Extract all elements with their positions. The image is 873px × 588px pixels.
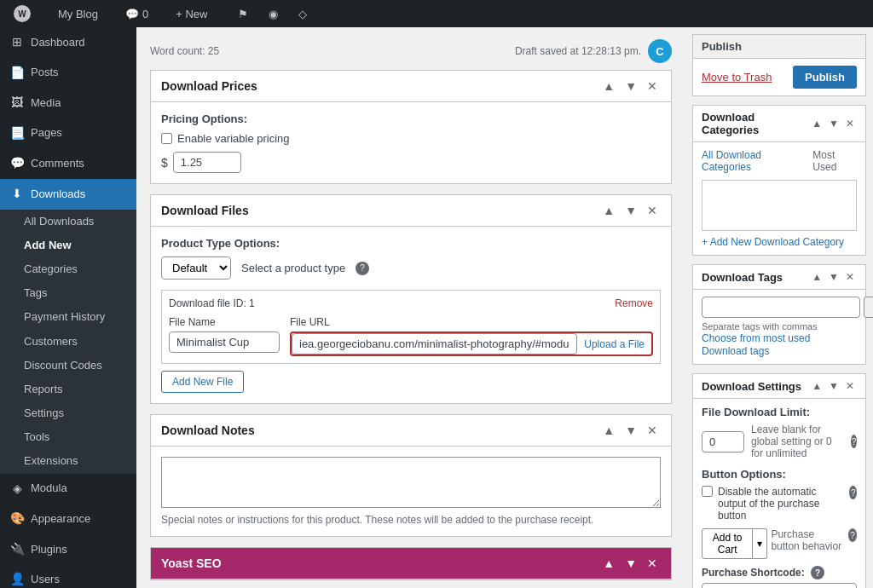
cart-dropdown-button[interactable]: ▾ [753, 528, 767, 559]
file-url-input[interactable] [292, 333, 577, 355]
sidebar-item-modula[interactable]: ◈ Modula [0, 474, 136, 504]
prices-collapse-up[interactable]: ▲ [599, 78, 618, 95]
adminbar-icon-1[interactable]: ⚑ [231, 0, 255, 27]
sidebar-item-users[interactable]: 👤 Users [0, 564, 136, 588]
file-limit-label: File Download Limit: [702, 406, 857, 418]
prices-close[interactable]: ✕ [644, 78, 661, 95]
cat-up[interactable]: ▲ [809, 117, 824, 130]
limit-help-icon[interactable]: ? [851, 435, 857, 448]
right-panel: Publish Move to Trash Publish Download C… [685, 27, 873, 588]
upload-file-link[interactable]: Upload a File [577, 335, 651, 354]
sidebar-item-appearance[interactable]: 🎨 Appearance [0, 504, 136, 534]
settings-up[interactable]: ▲ [809, 379, 824, 393]
sidebar-item-payment-history[interactable]: Payment History [0, 305, 136, 329]
sidebar-item-reports[interactable]: Reports [0, 378, 136, 401]
files-collapse-up[interactable]: ▲ [599, 202, 618, 219]
tags-label: Tags [24, 285, 47, 301]
sidebar-item-plugins[interactable]: 🔌 Plugins [0, 534, 136, 565]
yoast-collapse-down[interactable]: ▼ [622, 555, 640, 572]
yoast-close[interactable]: ✕ [644, 555, 661, 572]
tags-down[interactable]: ▼ [826, 270, 841, 284]
sidebar-item-settings-sub[interactable]: Settings [0, 401, 136, 425]
sidebar-item-posts[interactable]: 📄 Posts [0, 58, 136, 89]
cat-down[interactable]: ▼ [826, 117, 841, 130]
sidebar-label-comments: Comments [31, 156, 84, 171]
sidebar-item-pages[interactable]: 📃 Pages [0, 118, 136, 149]
reports-label: Reports [24, 382, 63, 397]
tags-close[interactable]: ✕ [843, 270, 857, 284]
sidebar-item-downloads[interactable]: ⬇ Downloads [0, 179, 136, 210]
file-limit-input[interactable] [702, 431, 744, 453]
download-settings-box: Download Settings ▲ ▼ ✕ File Download Li… [692, 373, 866, 588]
sidebar-item-extensions[interactable]: Extensions [0, 449, 136, 473]
wp-logo-item[interactable]: W [7, 0, 38, 27]
sidebar-item-tags[interactable]: Tags [0, 281, 136, 305]
sidebar-item-categories[interactable]: Categories [0, 257, 136, 281]
choose-tags-link[interactable]: Choose from most used Download tags [702, 332, 810, 357]
new-item[interactable]: + New [169, 0, 214, 27]
disable-btn-checkbox[interactable] [702, 486, 713, 497]
sidebar-item-discount-codes[interactable]: Discount Codes [0, 354, 136, 378]
files-collapse-down[interactable]: ▼ [622, 202, 640, 219]
sidebar-label-posts: Posts [31, 65, 59, 80]
my-blog-item[interactable]: My Blog [51, 0, 105, 27]
media-icon: 🖼 [10, 95, 24, 112]
enable-variable-checkbox[interactable] [161, 133, 172, 144]
cat-tabs: All Download Categories Most Used [702, 149, 857, 173]
file-name-input[interactable] [169, 331, 280, 353]
file-name-field: File Name [169, 316, 280, 356]
download-settings-title: Download Settings [702, 380, 801, 393]
sidebar-item-all-downloads[interactable]: All Downloads [0, 210, 136, 233]
product-type-select[interactable]: Default Bundle Service [161, 257, 231, 280]
shortcode-input[interactable] [702, 583, 857, 588]
download-settings-header[interactable]: Download Settings ▲ ▼ ✕ [693, 374, 865, 399]
add-to-cart-button[interactable]: Add to Cart [702, 528, 753, 559]
currency-symbol: $ [161, 156, 168, 170]
adminbar-icon-3[interactable]: ◇ [292, 0, 314, 27]
sidebar-item-add-new[interactable]: Add New [0, 233, 136, 257]
download-categories-header[interactable]: Download Categories ▲ ▼ ✕ [693, 106, 865, 142]
prices-collapse-down[interactable]: ▼ [622, 78, 640, 95]
price-input[interactable] [173, 152, 241, 173]
cat-tab-most-used[interactable]: Most Used [812, 149, 857, 173]
add-new-file-button[interactable]: Add New File [161, 371, 244, 393]
publish-button[interactable]: Publish [793, 66, 857, 89]
enable-variable-label[interactable]: Enable variable pricing [161, 132, 661, 145]
files-close[interactable]: ✕ [644, 202, 661, 219]
sidebar-item-dashboard[interactable]: ⊞ Dashboard [0, 27, 136, 58]
tags-up[interactable]: ▲ [809, 270, 824, 284]
chat-button[interactable]: C [648, 39, 672, 63]
sidebar-item-comments[interactable]: 💬 Comments [0, 148, 136, 179]
notes-textarea[interactable] [161, 457, 661, 508]
add-tag-button[interactable]: Add [864, 297, 873, 318]
move-to-trash-link[interactable]: Move to Trash [702, 71, 772, 84]
product-type-help-icon[interactable]: ? [356, 262, 369, 275]
purchase-behavior-help-icon[interactable]: ? [848, 528, 857, 542]
download-files-header[interactable]: Download Files ▲ ▼ ✕ [151, 195, 671, 227]
yoast-seo-header[interactable]: Yoast SEO ▲ ▼ ✕ [151, 548, 671, 579]
settings-down[interactable]: ▼ [826, 379, 841, 393]
remove-file-link[interactable]: Remove [615, 297, 653, 309]
download-notes-header[interactable]: Download Notes ▲ ▼ ✕ [151, 415, 671, 447]
sidebar-item-media[interactable]: 🖼 Media [0, 88, 136, 118]
settings-close[interactable]: ✕ [843, 379, 857, 393]
product-type-label: Product Type Options: [161, 237, 661, 250]
notes-collapse-up[interactable]: ▲ [599, 422, 618, 439]
disable-btn-help-icon[interactable]: ? [849, 486, 857, 499]
sidebar-item-tools-sub[interactable]: Tools [0, 425, 136, 449]
cat-tab-all[interactable]: All Download Categories [702, 149, 802, 173]
download-prices-header[interactable]: Download Prices ▲ ▼ ✕ [151, 71, 671, 102]
sidebar-item-customers[interactable]: Customers [0, 330, 136, 354]
download-prices-box: Download Prices ▲ ▼ ✕ Pricing Options: E… [150, 70, 672, 184]
download-tags-header[interactable]: Download Tags ▲ ▼ ✕ [693, 265, 865, 290]
notes-collapse-down[interactable]: ▼ [622, 422, 640, 439]
tag-input[interactable] [702, 297, 860, 318]
adminbar-icon-2[interactable]: ◉ [262, 0, 285, 27]
notes-close[interactable]: ✕ [644, 422, 661, 439]
cat-close[interactable]: ✕ [843, 117, 857, 130]
comments-item[interactable]: 💬 0 [119, 0, 155, 27]
shortcode-help-icon[interactable]: ? [811, 566, 824, 579]
download-notes-title: Download Notes [161, 424, 255, 437]
yoast-collapse-up[interactable]: ▲ [599, 555, 618, 572]
add-category-link[interactable]: + Add New Download Category [702, 236, 857, 248]
